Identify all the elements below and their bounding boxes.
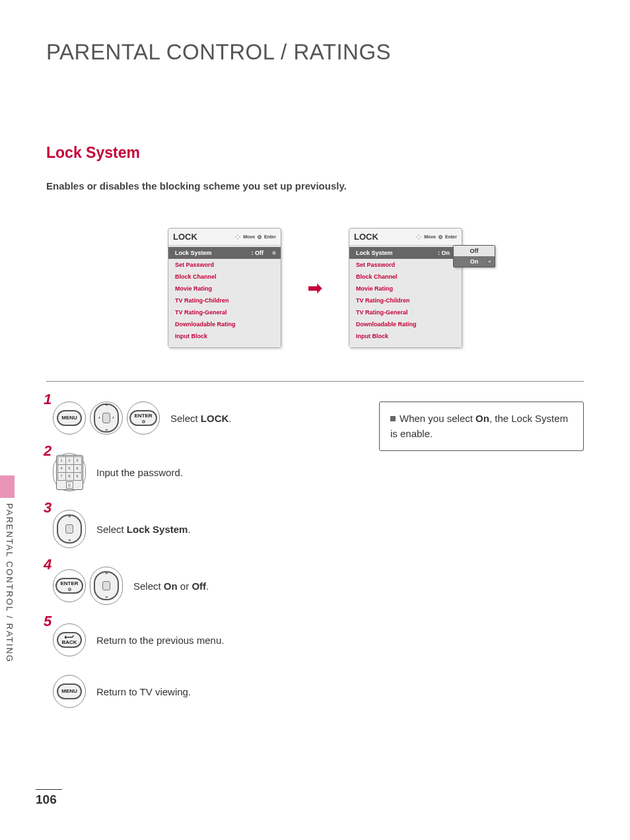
enter-button[interactable]: ENTER (55, 578, 83, 594)
osd-item[interactable]: Block Channel (349, 271, 462, 283)
osd-menu-after: LOCK Move Enter Lock System : On Set Pas… (349, 228, 462, 348)
side-tab-label: PARENTAL CONTROL / RATING (0, 503, 15, 663)
step-text: Return to TV viewing. (96, 686, 191, 697)
button-ring: 123 456 789 0 (53, 453, 86, 491)
steps-column: 1 MENU ⌃ ‹ › ⌄ (46, 402, 359, 726)
osd-item[interactable]: Set Password (168, 259, 281, 271)
osd-item[interactable]: Set Password (349, 259, 462, 271)
step-number: 3 (44, 499, 52, 516)
osd-item[interactable]: Block Channel (168, 271, 281, 283)
up-down-button[interactable]: ⌃ ⌄ (57, 514, 82, 543)
osd-item[interactable]: TV Rating-Children (168, 295, 281, 306)
popup-option-on[interactable]: On (454, 256, 495, 267)
hint-move: Move (243, 234, 255, 239)
dpad-center (102, 581, 110, 590)
chevron-down-icon: ⌄ (67, 537, 72, 542)
enter-button-label: ENTER (134, 413, 152, 419)
step-1: 1 MENU ⌃ ‹ › ⌄ (46, 402, 359, 435)
osd-item[interactable]: Input Block (168, 330, 281, 342)
section-description: Enables or disables the blocking scheme … (46, 180, 584, 192)
step-text: Select Lock System. (96, 524, 191, 535)
hint-enter: Enter (264, 234, 276, 239)
button-ring: ENTER (53, 569, 86, 602)
enter-dot-icon (438, 235, 442, 239)
chevron-down-icon: ⌄ (104, 427, 109, 432)
enter-button[interactable]: ENTER (129, 410, 157, 426)
popup-option-label: On (470, 258, 479, 265)
side-tab-accent (0, 475, 15, 498)
dpad-center (65, 524, 73, 534)
note-box: When you select On, the Lock System is e… (379, 402, 584, 451)
osd-header: LOCK Move Enter (349, 228, 462, 245)
button-ring: ENTER (127, 402, 160, 435)
section-title: Lock System (46, 144, 584, 162)
osd-body: Lock System : On Set Password Block Chan… (349, 245, 462, 347)
enter-dot-icon (487, 260, 492, 264)
hint-move: Move (424, 234, 436, 239)
numpad-button[interactable]: 123 456 789 0 (56, 455, 83, 490)
step-menu-return: MENU Return to TV viewing. (46, 675, 359, 708)
chevron-right-icon: › (112, 415, 114, 421)
osd-item-label: Lock System (356, 250, 393, 256)
osd-item-label: Lock System (175, 250, 212, 256)
osd-title: LOCK (173, 232, 197, 242)
back-button[interactable]: BACK (57, 632, 82, 648)
step-3: 3 ⌃ ⌄ Select Lock System. (46, 510, 359, 548)
step-text: Select On or Off. (133, 580, 209, 592)
chevron-left-icon: ‹ (98, 415, 100, 421)
dpad-button[interactable]: ⌃ ‹ › ⌄ (94, 403, 119, 433)
dpad-center (102, 413, 110, 423)
chevron-down-icon: ⌄ (104, 594, 109, 599)
hint-enter: Enter (445, 234, 457, 239)
osd-screenshots-row: LOCK Move Enter Lock System : Off Set Pa… (46, 228, 584, 348)
step-number: 2 (44, 442, 52, 460)
osd-item-value: : Off (252, 250, 264, 256)
menu-button[interactable]: MENU (57, 683, 82, 699)
osd-item[interactable]: Downloadable Rating (168, 318, 281, 330)
move-icon (235, 234, 240, 240)
osd-item[interactable]: TV Rating-General (168, 306, 281, 318)
enter-dot-icon (68, 588, 71, 591)
button-ring: ⌃ ⌄ (53, 510, 86, 548)
button-ring: ⌃ ⌄ (90, 567, 123, 605)
step-5: 5 BACK Return to the previous menu. (46, 623, 359, 656)
osd-menu-before: LOCK Move Enter Lock System : Off Set Pa… (168, 228, 281, 348)
osd-item[interactable]: Movie Rating (349, 283, 462, 295)
osd-item[interactable]: Movie Rating (168, 283, 281, 295)
button-ring: MENU (53, 402, 86, 435)
enter-dot-icon (271, 250, 277, 256)
step-number: 1 (44, 391, 52, 408)
page-title: PARENTAL CONTROL / RATINGS (46, 40, 584, 65)
step-number: 4 (44, 556, 52, 573)
dpad-row: ‹ › (98, 413, 114, 423)
osd-item[interactable]: TV Rating-General (349, 306, 462, 318)
button-ring: ⌃ ‹ › ⌄ (90, 402, 123, 435)
step-text: Input the password. (96, 467, 183, 478)
step-4: 4 ENTER ⌃ ⌄ Select On or Off. (46, 567, 359, 605)
osd-body: Lock System : Off Set Password Block Cha… (168, 245, 281, 347)
chevron-up-icon: ⌃ (104, 573, 109, 578)
side-tab: PARENTAL CONTROL / RATING (0, 475, 15, 654)
move-icon (416, 234, 421, 240)
bullet-icon (390, 416, 396, 421)
back-button-label: BACK (61, 640, 77, 645)
menu-button[interactable]: MENU (57, 410, 82, 426)
button-ring: BACK (53, 623, 86, 656)
osd-hints: Move Enter (235, 234, 276, 240)
osd-item[interactable]: TV Rating-Children (349, 295, 462, 306)
up-down-button[interactable]: ⌃ ⌄ (94, 571, 119, 600)
enter-dot-icon (142, 420, 145, 423)
page-number: 106 (36, 789, 62, 807)
step-text: Select LOCK. (170, 413, 232, 424)
button-ring: MENU (53, 675, 86, 708)
osd-hints: Move Enter (416, 234, 457, 240)
osd-item[interactable]: Downloadable Rating (349, 318, 462, 330)
popup-option-off[interactable]: Off (454, 246, 495, 256)
osd-title: LOCK (354, 232, 378, 242)
osd-item-selected[interactable]: Lock System : Off (168, 247, 281, 259)
osd-popup: Off On (453, 245, 495, 267)
osd-item[interactable]: Input Block (349, 330, 462, 342)
step-text: Return to the previous menu. (96, 635, 224, 646)
osd-item-selected[interactable]: Lock System : On (349, 247, 462, 259)
chevron-up-icon: ⌃ (67, 516, 72, 521)
